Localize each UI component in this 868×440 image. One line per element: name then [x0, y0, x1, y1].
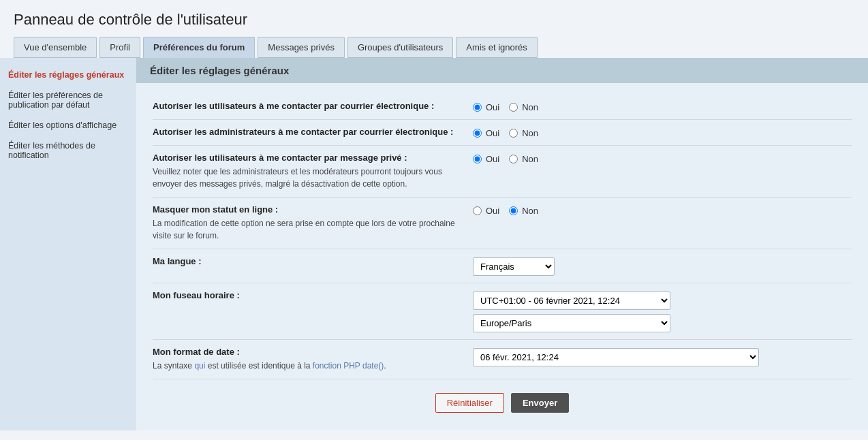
radio-group-pm-non: Non	[509, 154, 538, 164]
sidebar: Éditer les réglages généraux Éditer les …	[0, 58, 136, 430]
radio-admin-email-non-label[interactable]: Non	[522, 128, 538, 138]
row-language: Ma langue : Français	[153, 249, 852, 283]
control-allow-email-contact: Oui Non	[473, 101, 538, 112]
tab-pm[interactable]: Messages privés	[258, 37, 345, 58]
label-timezone: Mon fuseau horaire :	[153, 290, 473, 300]
date-format-link-php[interactable]: fonction PHP date()	[313, 361, 384, 371]
buttons-row: Réinitialiser Envoyer	[153, 379, 852, 420]
radio-pm-oui[interactable]	[473, 155, 482, 163]
select-date-format[interactable]: 06 févr. 2021, 12:24	[473, 348, 759, 366]
radio-admin-email-oui-label[interactable]: Oui	[486, 128, 499, 138]
label-allow-pm-desc: Veuillez noter que les administrateurs e…	[153, 166, 462, 190]
select-timezone-offset[interactable]: UTC+01:00 - 06 février 2021, 12:24	[473, 292, 670, 310]
timezone-selects: UTC+01:00 - 06 février 2021, 12:24 Europ…	[473, 292, 670, 332]
row-allow-pm: Autoriser les utilisateurs à me contacte…	[153, 146, 852, 198]
sidebar-item-edit-display[interactable]: Éditer les options d'affichage	[0, 115, 136, 136]
tab-groups[interactable]: Groupes d'utilisateurs	[347, 37, 453, 58]
radio-pm-oui-label[interactable]: Oui	[486, 154, 499, 164]
content-area: Éditer les réglages généraux Éditer les …	[0, 58, 868, 430]
label-hide-online-title: Masquer mon statut en ligne :	[153, 204, 278, 215]
tab-profile[interactable]: Profil	[99, 37, 140, 58]
radio-group-hide-non: Non	[509, 206, 538, 216]
control-language: Français	[473, 256, 555, 276]
label-allow-admin-email: Autoriser les administrateurs à me conta…	[153, 127, 473, 137]
label-date-format: Mon format de date : La syntaxe qui est …	[153, 347, 473, 372]
row-allow-admin-email: Autoriser les administrateurs à me conta…	[153, 120, 852, 146]
control-date-format: 06 févr. 2021, 12:24	[473, 347, 759, 366]
panel-header: Éditer les réglages généraux	[136, 58, 868, 83]
radio-group-pm-oui: Oui	[473, 154, 499, 164]
radio-pm-non[interactable]	[509, 155, 518, 163]
submit-button[interactable]: Envoyer	[511, 393, 569, 413]
date-format-desc-post: .	[384, 361, 386, 371]
radio-hide-oui-label[interactable]: Oui	[486, 206, 499, 216]
radio-hide-non[interactable]	[509, 206, 518, 215]
label-allow-email-contact: Autoriser les utilisateurs à me contacte…	[153, 101, 473, 111]
label-date-format-desc: La syntaxe qui est utilisée est identiqu…	[153, 360, 462, 372]
sidebar-item-edit-notifications[interactable]: Éditer les méthodes de notification	[0, 136, 136, 166]
date-format-desc-mid: est utilisée est identique à la	[205, 361, 312, 371]
reset-button[interactable]: Réinitialiser	[435, 393, 504, 413]
date-format-desc-pre: La syntaxe	[153, 361, 194, 371]
page-title: Panneau de contrôle de l'utilisateur	[0, 0, 868, 37]
radio-group-admin-email-non: Non	[509, 128, 538, 138]
select-language[interactable]: Français	[473, 257, 555, 276]
label-date-format-title: Mon format de date :	[153, 347, 240, 357]
radio-hide-oui[interactable]	[473, 206, 482, 215]
radio-allow-email-non[interactable]	[509, 103, 518, 112]
radio-group-allow-email-non: Non	[509, 102, 538, 112]
date-format-link-qui[interactable]: qui	[194, 361, 205, 371]
radio-allow-email-non-label[interactable]: Non	[522, 102, 538, 112]
control-allow-pm: Oui Non	[473, 153, 538, 164]
sidebar-item-edit-general[interactable]: Éditer les réglages généraux	[0, 65, 136, 85]
control-timezone: UTC+01:00 - 06 février 2021, 12:24 Europ…	[473, 290, 670, 332]
label-allow-admin-email-title: Autoriser les administrateurs à me conta…	[153, 127, 453, 137]
label-timezone-title: Mon fuseau horaire :	[153, 290, 240, 300]
radio-admin-email-oui[interactable]	[473, 129, 482, 138]
label-hide-online: Masquer mon statut en ligne : La modific…	[153, 204, 473, 242]
radio-group-admin-email-oui: Oui	[473, 128, 499, 138]
row-date-format: Mon format de date : La syntaxe qui est …	[153, 340, 852, 379]
label-hide-online-desc: La modification de cette option ne sera …	[153, 217, 462, 242]
radio-admin-email-non[interactable]	[509, 129, 518, 138]
row-hide-online: Masquer mon statut en ligne : La modific…	[153, 198, 852, 249]
row-allow-email-contact: Autoriser les utilisateurs à me contacte…	[153, 94, 852, 120]
radio-allow-email-oui[interactable]	[473, 103, 482, 112]
radio-pm-non-label[interactable]: Non	[522, 154, 538, 164]
tab-forum-prefs[interactable]: Préférences du forum	[143, 37, 255, 58]
tab-friends[interactable]: Amis et ignorés	[456, 37, 538, 58]
select-timezone-region[interactable]: Europe/Paris	[473, 314, 670, 332]
control-allow-admin-email: Oui Non	[473, 127, 538, 138]
tab-overview[interactable]: Vue d'ensemble	[14, 37, 97, 58]
label-allow-email-contact-title: Autoriser les utilisateurs à me contacte…	[153, 101, 434, 111]
label-language: Ma langue :	[153, 256, 473, 266]
radio-group-hide-oui: Oui	[473, 206, 499, 216]
radio-hide-non-label[interactable]: Non	[522, 206, 538, 216]
row-timezone: Mon fuseau horaire : UTC+01:00 - 06 févr…	[153, 283, 852, 340]
main-panel: Éditer les réglages généraux Autoriser l…	[136, 58, 868, 430]
sidebar-item-edit-post-defaults[interactable]: Éditer les préférences de publication pa…	[0, 85, 136, 115]
label-language-title: Ma langue :	[153, 256, 202, 266]
label-allow-pm: Autoriser les utilisateurs à me contacte…	[153, 153, 473, 190]
control-hide-online: Oui Non	[473, 204, 538, 216]
panel-body: Autoriser les utilisateurs à me contacte…	[136, 83, 868, 430]
label-allow-pm-title: Autoriser les utilisateurs à me contacte…	[153, 153, 407, 163]
main-content: Éditer les réglages généraux Éditer les …	[0, 58, 868, 430]
tabs-bar: Vue d'ensemble Profil Préférences du for…	[0, 37, 868, 58]
radio-group-allow-email-oui: Oui	[473, 102, 499, 112]
radio-allow-email-oui-label[interactable]: Oui	[486, 102, 499, 112]
